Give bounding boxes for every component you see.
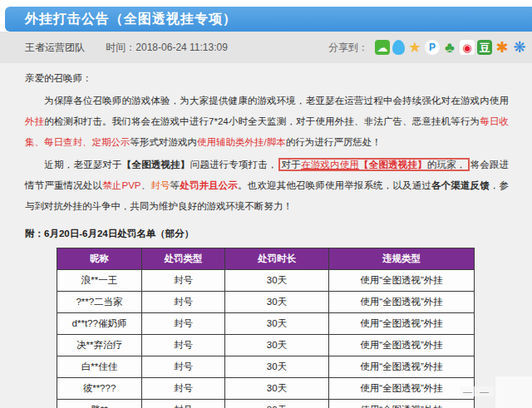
paragraph-punishment: 近期，老亚瑟对于【全图透视挂】问题进行专项打击，对于在游戏内使用【全图透视挂】的… [25, 155, 509, 217]
table-cell: 30天 [225, 335, 329, 356]
share-bar: 分享到： ☁★P♣◉豆✱❋ [328, 40, 527, 55]
col-punish-type: 处罚类型 [142, 248, 225, 270]
page-title: 外挂打击公告（全图透视挂专项） [25, 11, 237, 28]
table-row: 决**弃治疗封号30天使用“全图透视”外挂 [57, 335, 475, 356]
text-segment: 等 [170, 180, 180, 190]
table-row: 浪**一王封号30天使用“全图透视”外挂 [57, 270, 475, 292]
table-cell: d**t??催奶师 [57, 313, 142, 335]
table-row: 胖**封号30天使用“全图透视”外挂 [57, 400, 475, 408]
text-segment: 为保障各位召唤师的游戏体验，为大家提供健康的游戏环境，老亚瑟在运营过程中会持续强… [25, 96, 509, 106]
table-cell: 封号 [142, 292, 225, 313]
announcement-page: 外挂打击公告（全图透视挂专项） 王者运营团队 时间：2018-06-24 11:… [0, 0, 532, 408]
meta-band: 王者运营团队 时间：2018-06-24 11:13:09 分享到： ☁★P♣◉… [0, 32, 532, 63]
col-nickname: 昵称 [57, 248, 142, 270]
table-cell: 使用“全图透视”外挂 [329, 356, 475, 378]
text-segment: 各个渠道反馈 [431, 180, 490, 190]
text-segment: 等形式对游戏内 [131, 137, 198, 147]
wechat-icon[interactable]: ☁ [375, 40, 390, 55]
table-cell: 使用“全图透视”外挂 [329, 378, 475, 400]
text-segment: 处罚并且公示 [180, 180, 238, 190]
table-cell: 封号 [142, 313, 225, 335]
text-segment: 近期，老亚瑟对于 [25, 160, 122, 170]
weibo-icon[interactable]: ◉ [460, 40, 475, 55]
col-violation: 违规类型 [329, 248, 475, 270]
publish-time: 2018-06-24 11:13:09 [135, 42, 228, 53]
col-duration: 处罚时长 [225, 248, 329, 270]
time-label: 时间： [106, 42, 135, 53]
swirl-icon[interactable]: ❋ [512, 40, 527, 55]
qq-icon[interactable] [392, 40, 405, 55]
salutation: 亲爱的召唤师： [25, 68, 509, 89]
table-cell: 30天 [225, 292, 329, 313]
text-segment: 【全图透视挂】 [122, 160, 190, 170]
table-cell: 使用“全图透视”外挂 [329, 270, 475, 292]
team-name: 王者运营团队 [25, 42, 85, 53]
table-cell: 使用“全图透视”外挂 [329, 313, 475, 335]
table-row: d**t??催奶师封号30天使用“全图透视”外挂 [57, 313, 475, 335]
text-segment: 封号 [150, 180, 170, 190]
paragraph-detection: 为保障各位召唤师的游戏体验，为大家提供健康的游戏环境，老亚瑟在运营过程中会持续强… [25, 91, 509, 153]
text-segment: 外挂 [25, 116, 44, 126]
table-cell: 30天 [225, 378, 329, 400]
meta-info: 王者运营团队 时间：2018-06-24 11:13:09 [25, 41, 228, 55]
table-cell: 使用“全图透视”外挂 [329, 335, 475, 356]
text-segment: 在游戏内使用 [301, 160, 359, 170]
attachment-title: 附：6月20日-6月24日处罚名单（部分） [25, 224, 509, 244]
punishment-table-body: 浪**一王封号30天使用“全图透视”外挂?**?二当家封号30天使用“全图透视”… [57, 270, 475, 408]
share-icons: ☁★P♣◉豆✱❋ [375, 40, 527, 55]
table-cell: 浪**一王 [57, 270, 142, 292]
table-cell: 封号 [142, 356, 225, 378]
text-segment: 对于 [282, 160, 301, 170]
table-cell: 白**佳佳 [57, 356, 142, 378]
table-header-row: 昵称 处罚类型 处罚时长 违规类型 [57, 248, 475, 270]
pengyou-icon[interactable]: P [425, 40, 440, 55]
article-content: 亲爱的召唤师： 为保障各位召唤师的游戏体验，为大家提供健康的游戏环境，老亚瑟在运… [0, 63, 532, 408]
text-segment: 使用辅助类外挂/脚本 [197, 137, 286, 147]
table-cell: 30天 [225, 270, 329, 292]
text-segment: 【全图透视挂】 [359, 160, 427, 170]
table-cell: 封号 [142, 378, 225, 400]
text-segment: 问题进行专项打击， [190, 160, 278, 170]
watermark-dashes: — — [461, 386, 494, 396]
table-row: 白**佳佳封号30天使用“全图透视”外挂 [57, 356, 475, 378]
table-cell: ?**?二当家 [57, 292, 142, 313]
table-cell: 30天 [225, 313, 329, 335]
announcement-banner: 外挂打击公告（全图透视挂专项） [5, 7, 532, 32]
flower-icon[interactable]: ✱ [495, 40, 510, 55]
table-row: ?**?二当家封号30天使用“全图透视”外挂 [57, 292, 475, 313]
table-cell: 胖** [57, 400, 142, 408]
text-segment: 的玩家， [427, 160, 466, 170]
table-cell: 封号 [142, 270, 225, 292]
douban-icon[interactable]: 豆 [477, 40, 492, 55]
table-cell: 使用“全图透视”外挂 [329, 400, 475, 408]
table-cell: 使用“全图透视”外挂 [329, 292, 475, 313]
table-cell: 30天 [225, 400, 329, 408]
text-segment: 。也欢迎其他召唤师使用举报系统，以及通过 [238, 180, 431, 190]
table-cell: 30天 [225, 356, 329, 378]
clover-icon[interactable]: ♣ [442, 40, 457, 55]
text-segment: 的行为进行严厉惩处！ [286, 137, 382, 147]
qzone-star-icon[interactable]: ★ [407, 40, 422, 55]
text-segment: 的检测和打击。我们将会在游戏中进行7*24小时全天监测，对于使用外挂、非法广告、… [44, 116, 480, 126]
text-segment: 、 [140, 180, 150, 190]
watermark-patch [495, 376, 532, 408]
table-cell: 封号 [142, 335, 225, 356]
table-cell: 封号 [142, 400, 225, 408]
share-label: 分享到： [328, 41, 368, 55]
table-cell: 决**弃治疗 [57, 335, 142, 356]
punishment-table: 昵称 处罚类型 处罚时长 违规类型 浪**一王封号30天使用“全图透视”外挂?*… [57, 248, 475, 408]
highlight-box: 对于在游戏内使用【全图透视挂】的玩家， [278, 158, 470, 171]
table-cell: 彼**??? [57, 378, 142, 400]
table-row: 彼**???封号30天使用“全图透视”外挂 [57, 378, 475, 400]
text-segment: 禁止PVP [102, 180, 140, 190]
